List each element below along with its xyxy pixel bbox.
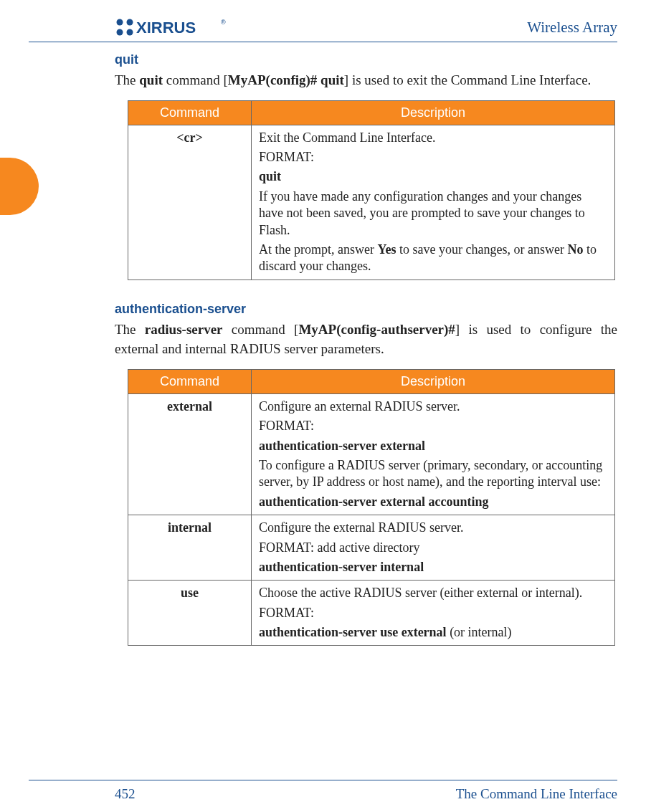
table-header-command: Command xyxy=(128,100,252,125)
svg-text:®: ® xyxy=(221,19,226,26)
side-thumb-tab xyxy=(0,158,39,215)
desc-text: FORMAT: xyxy=(259,605,607,621)
description-cell: Choose the active RADIUS server (either … xyxy=(252,581,615,646)
command-table-quit: Command Description <cr> Exit the Comman… xyxy=(128,100,615,280)
desc-text: authentication-server external accountin… xyxy=(259,494,607,510)
desc-text: Exit the Command Line Interface. xyxy=(259,130,607,146)
description-cell: Configure an external RADIUS server. FOR… xyxy=(252,393,615,515)
intro-text: The xyxy=(115,322,145,337)
desc-text: FORMAT: xyxy=(259,149,607,166)
desc-text: authentication-server external xyxy=(259,438,607,454)
table-header-command: Command xyxy=(128,369,252,393)
table-header-description: Description xyxy=(252,369,615,393)
desc-text: Configure an external RADIUS server. xyxy=(259,398,607,415)
command-cell: use xyxy=(128,581,252,646)
command-cell: external xyxy=(128,393,252,515)
desc-text: FORMAT: xyxy=(259,418,607,434)
description-cell: Exit the Command Line Interface. FORMAT:… xyxy=(252,125,615,280)
table-row: internal Configure the external RADIUS s… xyxy=(128,515,615,581)
description-cell: Configure the external RADIUS server. FO… xyxy=(252,515,615,581)
svg-point-0 xyxy=(117,19,123,26)
intro-bold: quit xyxy=(139,72,163,87)
intro-text: command [ xyxy=(163,72,228,87)
command-cell: internal xyxy=(128,515,252,581)
table-row: external Configure an external RADIUS se… xyxy=(128,393,615,515)
intro-text: The xyxy=(115,72,139,87)
desc-text: authentication-server use external (or i… xyxy=(259,624,607,641)
desc-text: To configure a RADIUS server (primary, s… xyxy=(259,457,607,491)
table-header-row: Command Description xyxy=(128,369,615,393)
table-header-row: Command Description xyxy=(128,100,615,125)
footer-rule xyxy=(29,780,617,780)
command-table-authserver: Command Description external Configure a… xyxy=(128,369,615,646)
intro-bold: radius-server xyxy=(145,322,223,337)
svg-point-3 xyxy=(127,29,133,36)
svg-text:XIRRUS: XIRRUS xyxy=(136,19,196,37)
page-number: 452 xyxy=(115,786,136,802)
svg-point-2 xyxy=(127,19,133,26)
desc-text: At the prompt, answer Yes to save your c… xyxy=(259,242,607,275)
desc-text: quit xyxy=(259,168,607,185)
svg-point-1 xyxy=(117,29,123,36)
command-cell: <cr> xyxy=(128,125,252,280)
header-row: XIRRUS ® Wireless Array xyxy=(29,14,617,40)
table-header-description: Description xyxy=(252,100,615,125)
intro-bold: MyAP(config)# quit xyxy=(228,72,344,87)
intro-text: ] is used to exit the Command Line Inter… xyxy=(344,72,592,87)
intro-bold: MyAP(config-authserver)# xyxy=(298,322,455,337)
desc-text: Choose the active RADIUS server (either … xyxy=(259,585,607,601)
desc-text: Configure the external RADIUS server. xyxy=(259,520,607,536)
footer-row: 452 The Command Line Interface xyxy=(29,786,617,802)
section-heading-quit: quit xyxy=(115,52,617,67)
section-intro-authserver: The radius-server command [MyAP(config-a… xyxy=(115,320,617,359)
xirrus-logo-icon: XIRRUS ® xyxy=(115,17,229,37)
main-content: quit The quit command [MyAP(config)# qui… xyxy=(115,52,617,646)
footer-section-title: The Command Line Interface xyxy=(456,786,617,802)
intro-text: command [ xyxy=(223,322,299,337)
desc-text: authentication-server internal xyxy=(259,559,607,575)
section-heading-authserver: authentication-server xyxy=(115,302,617,317)
desc-text: If you have made any configuration chang… xyxy=(259,188,607,239)
brand-logo: XIRRUS ® xyxy=(115,17,229,37)
page: XIRRUS ® Wireless Array quit The quit co… xyxy=(0,0,646,812)
header-underline xyxy=(29,42,617,42)
desc-text: FORMAT: add active directory xyxy=(259,540,607,556)
section-intro-quit: The quit command [MyAP(config)# quit] is… xyxy=(115,70,617,90)
header-product-title: Wireless Array xyxy=(527,19,617,37)
table-row: <cr> Exit the Command Line Interface. FO… xyxy=(128,125,615,280)
table-row: use Choose the active RADIUS server (eit… xyxy=(128,581,615,646)
